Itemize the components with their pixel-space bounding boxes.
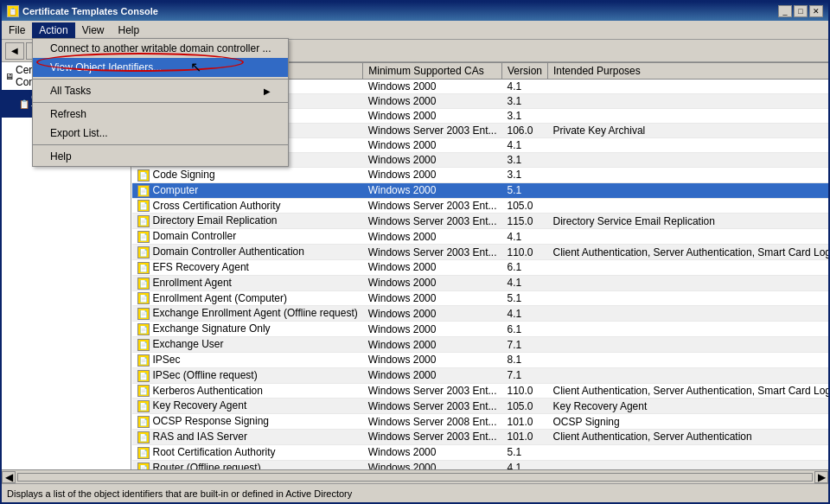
cell-version: 115.0: [501, 214, 547, 229]
help-label: Help: [50, 150, 72, 163]
cell-purposes: [548, 290, 828, 306]
table-row[interactable]: 📄Root Certification AuthorityWindows 200…: [132, 444, 829, 460]
cell-min-ca: Windows Server 2003 Ent...: [363, 430, 502, 445]
menu-connect-domain[interactable]: Connect to another writable domain contr…: [33, 39, 288, 58]
table-row[interactable]: 📄Exchange Enrollment Agent (Offline requ…: [132, 306, 829, 322]
cell-min-ca: Windows 2000: [363, 168, 502, 183]
cell-name: 📄Exchange Enrollment Agent (Offline requ…: [132, 306, 363, 322]
cell-purposes: [548, 109, 828, 124]
table-row[interactable]: 📄Exchange UserWindows 20007.1: [132, 337, 829, 353]
minimize-button[interactable]: _: [778, 5, 792, 17]
scrollbar-bottom[interactable]: ◀ ▶: [2, 469, 828, 483]
table-row[interactable]: 📄Kerberos AuthenticationWindows Server 2…: [132, 383, 829, 399]
cell-name: 📄EFS Recovery Agent: [132, 259, 363, 275]
cell-min-ca: Windows 2000: [363, 259, 502, 275]
row-icon: 📄: [137, 278, 150, 290]
cell-purposes: [548, 153, 828, 168]
dropdown-menu[interactable]: Connect to another writable domain contr…: [32, 38, 289, 167]
table-row[interactable]: 📄Enrollment Agent (Computer)Windows 2000…: [132, 290, 829, 306]
window-icon: 📋: [7, 5, 19, 17]
cell-version: 105.0: [501, 198, 547, 214]
cell-version: 3.1: [501, 168, 547, 183]
row-icon: 📄: [137, 463, 150, 469]
menu-export[interactable]: Export List...: [33, 124, 288, 143]
row-icon: 📄: [137, 292, 150, 304]
cell-min-ca: Windows Server 2003 Ent...: [363, 383, 502, 399]
row-icon: 📄: [137, 447, 150, 459]
table-row[interactable]: 📄Code SigningWindows 20003.1: [132, 168, 829, 183]
menu-help-item[interactable]: Help: [33, 147, 288, 166]
sep3: [33, 144, 288, 145]
col-min-ca[interactable]: Minimum Supported CAs: [363, 63, 502, 80]
table-row[interactable]: 📄Enrollment AgentWindows 20004.1: [132, 275, 829, 290]
menu-refresh[interactable]: Refresh: [33, 105, 288, 124]
menu-help[interactable]: Help: [112, 22, 147, 38]
table-row[interactable]: 📄Key Recovery AgentWindows Server 2003 E…: [132, 399, 829, 414]
cell-min-ca: Windows 2000: [363, 94, 502, 109]
cell-min-ca: Windows 2000: [363, 153, 502, 168]
table-row[interactable]: 📄Domain Controller AuthenticationWindows…: [132, 245, 829, 260]
cell-min-ca: Windows 2000: [363, 109, 502, 124]
table-row[interactable]: 📄RAS and IAS ServerWindows Server 2003 E…: [132, 430, 829, 445]
sep2: [33, 102, 288, 103]
table-row[interactable]: 📄Exchange Signature OnlyWindows 20006.1: [132, 322, 829, 337]
row-icon: 📄: [137, 308, 150, 320]
cell-name: 📄OCSP Response Signing: [132, 414, 363, 430]
title-buttons: _ □ ✕: [778, 5, 823, 17]
refresh-label: Refresh: [50, 108, 86, 120]
row-icon: 📄: [137, 385, 150, 397]
cell-name: 📄Exchange User: [132, 337, 363, 353]
row-icon: 📄: [137, 339, 150, 351]
cell-min-ca: Windows 2000: [363, 275, 502, 290]
table-row[interactable]: 📄Router (Offline request)Windows 20004.1: [132, 460, 829, 469]
cell-version: 105.0: [501, 399, 547, 414]
table-row[interactable]: 📄IPSec (Offline request)Windows 20007.1: [132, 367, 829, 383]
cell-name: 📄Kerberos Authentication: [132, 383, 363, 399]
col-purposes[interactable]: Intended Purposes: [548, 63, 828, 80]
cell-purposes: [548, 306, 828, 322]
cell-name: 📄Code Signing: [132, 168, 363, 183]
cell-name: 📄Cross Certification Authority: [132, 198, 363, 214]
all-tasks-label: All Tasks: [50, 85, 91, 97]
cell-version: 4.1: [501, 229, 547, 245]
title-bar: 📋 Certificate Templates Console _ □ ✕: [2, 2, 828, 21]
cell-min-ca: Windows 2000: [363, 182, 502, 198]
maximize-button[interactable]: □: [794, 5, 808, 17]
cell-min-ca: Windows 2000: [363, 80, 502, 94]
cell-name: 📄IPSec (Offline request): [132, 367, 363, 383]
cell-min-ca: Windows 2000: [363, 444, 502, 460]
cell-version: 110.0: [501, 383, 547, 399]
cell-min-ca: Windows Server 2003 Ent...: [363, 198, 502, 214]
scroll-track[interactable]: [17, 473, 813, 482]
back-button[interactable]: ◀: [5, 42, 24, 60]
menu-all-tasks[interactable]: All Tasks ▶: [33, 81, 288, 100]
table-row[interactable]: 📄Domain ControllerWindows 20004.1: [132, 229, 829, 245]
table-row[interactable]: 📄IPSecWindows 20008.1: [132, 352, 829, 367]
menu-file[interactable]: File: [2, 22, 32, 38]
menu-view[interactable]: View: [75, 22, 112, 38]
cell-purposes: Client Authentication, Server Authentica…: [548, 430, 828, 445]
menu-view-oids[interactable]: View Object Identifiers...: [33, 58, 288, 77]
table-row[interactable]: 📄ComputerWindows 20005.1: [132, 182, 829, 198]
menu-action[interactable]: Action: [32, 22, 74, 38]
close-button[interactable]: ✕: [809, 5, 823, 17]
cell-version: 8.1: [501, 352, 547, 367]
row-icon: 📄: [137, 400, 150, 412]
scroll-left[interactable]: ◀: [2, 471, 16, 483]
table-row[interactable]: 📄Directory Email ReplicationWindows Serv…: [132, 214, 829, 229]
cell-version: 6.1: [501, 322, 547, 337]
cell-version: 4.1: [501, 460, 547, 469]
scroll-right[interactable]: ▶: [814, 471, 828, 483]
cell-purposes: [548, 198, 828, 214]
cell-name: 📄Router (Offline request): [132, 460, 363, 469]
table-row[interactable]: 📄Cross Certification AuthorityWindows Se…: [132, 198, 829, 214]
cell-purposes: [548, 168, 828, 183]
cell-name: 📄Key Recovery Agent: [132, 399, 363, 414]
table-row[interactable]: 📄OCSP Response SigningWindows Server 200…: [132, 414, 829, 430]
table-row[interactable]: 📄EFS Recovery AgentWindows 20006.1: [132, 259, 829, 275]
col-version[interactable]: Version: [501, 63, 547, 80]
title-bar-left: 📋 Certificate Templates Console: [7, 5, 158, 17]
connect-domain-label: Connect to another writable domain contr…: [50, 42, 271, 54]
cell-version: 3.1: [501, 109, 547, 124]
row-icon: 📄: [137, 246, 150, 258]
